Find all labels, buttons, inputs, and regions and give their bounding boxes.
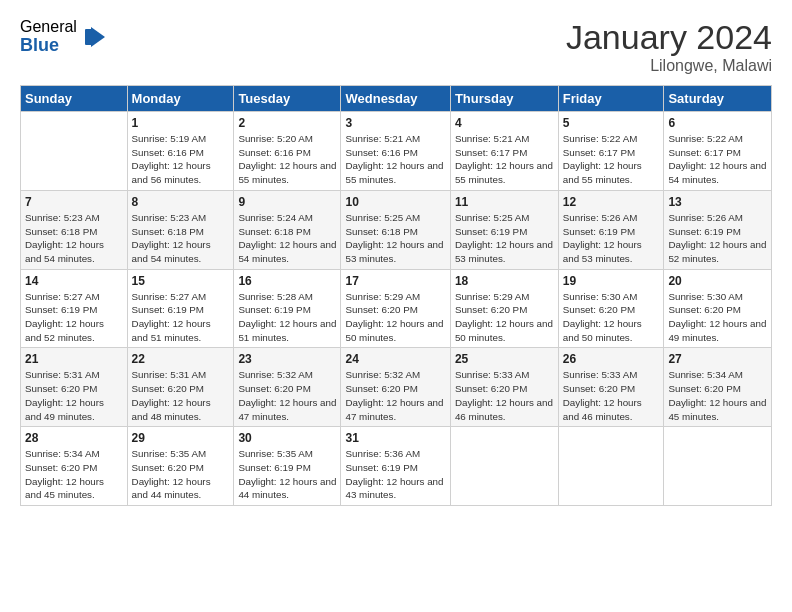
cell-info: Sunrise: 5:31 AMSunset: 6:20 PMDaylight:… <box>25 368 123 423</box>
calendar-cell: 4 Sunrise: 5:21 AMSunset: 6:17 PMDayligh… <box>450 112 558 191</box>
cell-day: 23 <box>238 352 336 366</box>
cell-day: 31 <box>345 431 445 445</box>
calendar-cell: 21 Sunrise: 5:31 AMSunset: 6:20 PMDaylig… <box>21 348 128 427</box>
cell-day: 24 <box>345 352 445 366</box>
cell-info: Sunrise: 5:35 AMSunset: 6:20 PMDaylight:… <box>132 447 230 502</box>
cell-info: Sunrise: 5:29 AMSunset: 6:20 PMDaylight:… <box>345 290 445 345</box>
cell-info: Sunrise: 5:20 AMSunset: 6:16 PMDaylight:… <box>238 132 336 187</box>
calendar-cell: 12 Sunrise: 5:26 AMSunset: 6:19 PMDaylig… <box>558 190 664 269</box>
calendar-cell: 14 Sunrise: 5:27 AMSunset: 6:19 PMDaylig… <box>21 269 128 348</box>
cell-day: 19 <box>563 274 660 288</box>
calendar-cell: 9 Sunrise: 5:24 AMSunset: 6:18 PMDayligh… <box>234 190 341 269</box>
cell-info: Sunrise: 5:21 AMSunset: 6:17 PMDaylight:… <box>455 132 554 187</box>
calendar-week-1: 1 Sunrise: 5:19 AMSunset: 6:16 PMDayligh… <box>21 112 772 191</box>
cell-info: Sunrise: 5:23 AMSunset: 6:18 PMDaylight:… <box>132 211 230 266</box>
calendar-cell: 11 Sunrise: 5:25 AMSunset: 6:19 PMDaylig… <box>450 190 558 269</box>
logo-text: General Blue <box>20 18 77 55</box>
cell-info: Sunrise: 5:32 AMSunset: 6:20 PMDaylight:… <box>238 368 336 423</box>
calendar-cell <box>558 427 664 506</box>
calendar-cell: 31 Sunrise: 5:36 AMSunset: 6:19 PMDaylig… <box>341 427 450 506</box>
calendar-table: Sunday Monday Tuesday Wednesday Thursday… <box>20 85 772 506</box>
logo: General Blue <box>20 18 109 55</box>
month-title: January 2024 <box>566 18 772 57</box>
cell-day: 18 <box>455 274 554 288</box>
header-tuesday: Tuesday <box>234 86 341 112</box>
calendar-cell: 22 Sunrise: 5:31 AMSunset: 6:20 PMDaylig… <box>127 348 234 427</box>
header: General Blue January 2024 Lilongwe, Mala… <box>20 18 772 75</box>
svg-rect-1 <box>85 29 92 45</box>
calendar-cell: 17 Sunrise: 5:29 AMSunset: 6:20 PMDaylig… <box>341 269 450 348</box>
cell-info: Sunrise: 5:33 AMSunset: 6:20 PMDaylight:… <box>563 368 660 423</box>
calendar-cell: 28 Sunrise: 5:34 AMSunset: 6:20 PMDaylig… <box>21 427 128 506</box>
header-friday: Friday <box>558 86 664 112</box>
calendar-cell: 29 Sunrise: 5:35 AMSunset: 6:20 PMDaylig… <box>127 427 234 506</box>
cell-info: Sunrise: 5:36 AMSunset: 6:19 PMDaylight:… <box>345 447 445 502</box>
cell-info: Sunrise: 5:30 AMSunset: 6:20 PMDaylight:… <box>563 290 660 345</box>
cell-day: 2 <box>238 116 336 130</box>
page: General Blue January 2024 Lilongwe, Mala… <box>0 0 792 612</box>
calendar-cell: 24 Sunrise: 5:32 AMSunset: 6:20 PMDaylig… <box>341 348 450 427</box>
cell-info: Sunrise: 5:26 AMSunset: 6:19 PMDaylight:… <box>563 211 660 266</box>
logo-general: General <box>20 18 77 36</box>
location-title: Lilongwe, Malawi <box>566 57 772 75</box>
cell-info: Sunrise: 5:21 AMSunset: 6:16 PMDaylight:… <box>345 132 445 187</box>
cell-day: 27 <box>668 352 767 366</box>
calendar-cell: 27 Sunrise: 5:34 AMSunset: 6:20 PMDaylig… <box>664 348 772 427</box>
calendar-cell <box>450 427 558 506</box>
cell-day: 4 <box>455 116 554 130</box>
calendar-cell: 13 Sunrise: 5:26 AMSunset: 6:19 PMDaylig… <box>664 190 772 269</box>
cell-day: 20 <box>668 274 767 288</box>
cell-info: Sunrise: 5:25 AMSunset: 6:19 PMDaylight:… <box>455 211 554 266</box>
calendar-cell: 8 Sunrise: 5:23 AMSunset: 6:18 PMDayligh… <box>127 190 234 269</box>
calendar-cell: 2 Sunrise: 5:20 AMSunset: 6:16 PMDayligh… <box>234 112 341 191</box>
svg-marker-0 <box>91 27 105 47</box>
cell-day: 28 <box>25 431 123 445</box>
header-saturday: Saturday <box>664 86 772 112</box>
cell-info: Sunrise: 5:34 AMSunset: 6:20 PMDaylight:… <box>668 368 767 423</box>
calendar-week-3: 14 Sunrise: 5:27 AMSunset: 6:19 PMDaylig… <box>21 269 772 348</box>
cell-info: Sunrise: 5:29 AMSunset: 6:20 PMDaylight:… <box>455 290 554 345</box>
calendar-cell: 1 Sunrise: 5:19 AMSunset: 6:16 PMDayligh… <box>127 112 234 191</box>
cell-day: 12 <box>563 195 660 209</box>
calendar-header-row: Sunday Monday Tuesday Wednesday Thursday… <box>21 86 772 112</box>
calendar-cell: 16 Sunrise: 5:28 AMSunset: 6:19 PMDaylig… <box>234 269 341 348</box>
cell-info: Sunrise: 5:23 AMSunset: 6:18 PMDaylight:… <box>25 211 123 266</box>
cell-day: 1 <box>132 116 230 130</box>
calendar-cell: 10 Sunrise: 5:25 AMSunset: 6:18 PMDaylig… <box>341 190 450 269</box>
cell-day: 9 <box>238 195 336 209</box>
cell-day: 15 <box>132 274 230 288</box>
cell-info: Sunrise: 5:27 AMSunset: 6:19 PMDaylight:… <box>25 290 123 345</box>
calendar-cell: 7 Sunrise: 5:23 AMSunset: 6:18 PMDayligh… <box>21 190 128 269</box>
calendar-cell <box>664 427 772 506</box>
cell-info: Sunrise: 5:31 AMSunset: 6:20 PMDaylight:… <box>132 368 230 423</box>
cell-info: Sunrise: 5:26 AMSunset: 6:19 PMDaylight:… <box>668 211 767 266</box>
calendar-cell: 3 Sunrise: 5:21 AMSunset: 6:16 PMDayligh… <box>341 112 450 191</box>
calendar-cell: 26 Sunrise: 5:33 AMSunset: 6:20 PMDaylig… <box>558 348 664 427</box>
cell-day: 11 <box>455 195 554 209</box>
cell-day: 17 <box>345 274 445 288</box>
cell-info: Sunrise: 5:27 AMSunset: 6:19 PMDaylight:… <box>132 290 230 345</box>
cell-day: 14 <box>25 274 123 288</box>
header-wednesday: Wednesday <box>341 86 450 112</box>
cell-day: 30 <box>238 431 336 445</box>
cell-day: 16 <box>238 274 336 288</box>
cell-day: 7 <box>25 195 123 209</box>
cell-info: Sunrise: 5:32 AMSunset: 6:20 PMDaylight:… <box>345 368 445 423</box>
cell-day: 10 <box>345 195 445 209</box>
logo-blue: Blue <box>20 36 77 56</box>
calendar-cell: 23 Sunrise: 5:32 AMSunset: 6:20 PMDaylig… <box>234 348 341 427</box>
calendar-cell: 30 Sunrise: 5:35 AMSunset: 6:19 PMDaylig… <box>234 427 341 506</box>
calendar-week-4: 21 Sunrise: 5:31 AMSunset: 6:20 PMDaylig… <box>21 348 772 427</box>
header-thursday: Thursday <box>450 86 558 112</box>
calendar-cell: 6 Sunrise: 5:22 AMSunset: 6:17 PMDayligh… <box>664 112 772 191</box>
calendar-cell: 18 Sunrise: 5:29 AMSunset: 6:20 PMDaylig… <box>450 269 558 348</box>
cell-day: 13 <box>668 195 767 209</box>
logo-icon <box>81 23 109 51</box>
cell-info: Sunrise: 5:25 AMSunset: 6:18 PMDaylight:… <box>345 211 445 266</box>
calendar-cell: 25 Sunrise: 5:33 AMSunset: 6:20 PMDaylig… <box>450 348 558 427</box>
cell-day: 25 <box>455 352 554 366</box>
calendar-week-2: 7 Sunrise: 5:23 AMSunset: 6:18 PMDayligh… <box>21 190 772 269</box>
cell-day: 26 <box>563 352 660 366</box>
cell-info: Sunrise: 5:19 AMSunset: 6:16 PMDaylight:… <box>132 132 230 187</box>
cell-day: 6 <box>668 116 767 130</box>
